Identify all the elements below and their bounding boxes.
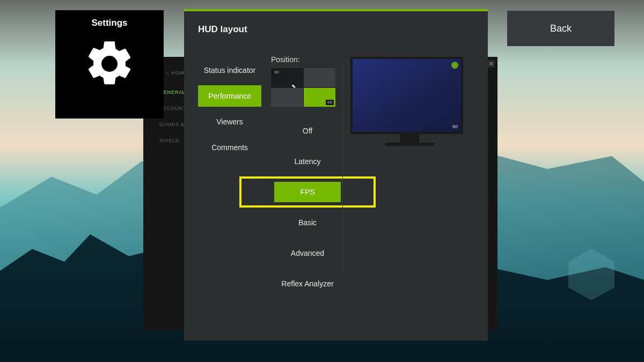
option-off[interactable]: Off xyxy=(256,121,359,141)
panel-title: HUD layout xyxy=(184,11,488,35)
divider xyxy=(342,60,343,274)
category-tabs: Status indicator Performance Viewers Com… xyxy=(198,60,261,162)
close-icon[interactable]: ✕ xyxy=(487,60,495,68)
monitor-stand xyxy=(400,134,419,143)
back-button-label: Back xyxy=(550,23,572,34)
position-selector: 60 ⬉ 60 xyxy=(271,68,335,107)
tab-status-indicator[interactable]: Status indicator xyxy=(198,60,261,81)
position-top-left[interactable]: 60 ⬉ xyxy=(271,68,303,87)
settings-badge: Settings xyxy=(55,10,164,119)
position-bottom-left[interactable] xyxy=(271,88,303,107)
monitor-preview: 60 xyxy=(350,57,469,146)
fps-counter: 60 xyxy=(452,124,458,129)
tab-comments[interactable]: Comments xyxy=(198,137,261,158)
status-indicator-icon xyxy=(451,62,458,69)
option-fps[interactable]: FPS xyxy=(274,182,341,202)
monitor-screen: 60 xyxy=(350,57,463,134)
position-top-right[interactable] xyxy=(304,68,336,87)
position-label: Position: xyxy=(271,55,343,64)
overlay-mode-list: Off Latency FPS Basic Advanced Reflex An… xyxy=(254,119,361,296)
hud-layout-panel: HUD layout Status indicator Performance … xyxy=(184,9,488,341)
position-bottom-right[interactable]: 60 xyxy=(304,88,336,107)
gear-icon xyxy=(83,37,136,91)
option-reflex-analyzer[interactable]: Reflex Analyzer xyxy=(256,274,359,294)
settings-title: Settings xyxy=(91,18,127,28)
option-latency[interactable]: Latency xyxy=(256,151,359,172)
overlay-number-br: 60 xyxy=(326,100,334,105)
tab-performance[interactable]: Performance xyxy=(198,85,261,107)
overlay-number-tl: 60 xyxy=(273,70,281,75)
tab-viewers[interactable]: Viewers xyxy=(198,111,261,132)
option-basic[interactable]: Basic xyxy=(256,212,359,233)
back-button[interactable]: Back xyxy=(507,11,614,46)
option-advanced[interactable]: Advanced xyxy=(256,243,359,263)
home-icon: ⌂ xyxy=(166,70,169,76)
monitor-base xyxy=(385,143,434,146)
